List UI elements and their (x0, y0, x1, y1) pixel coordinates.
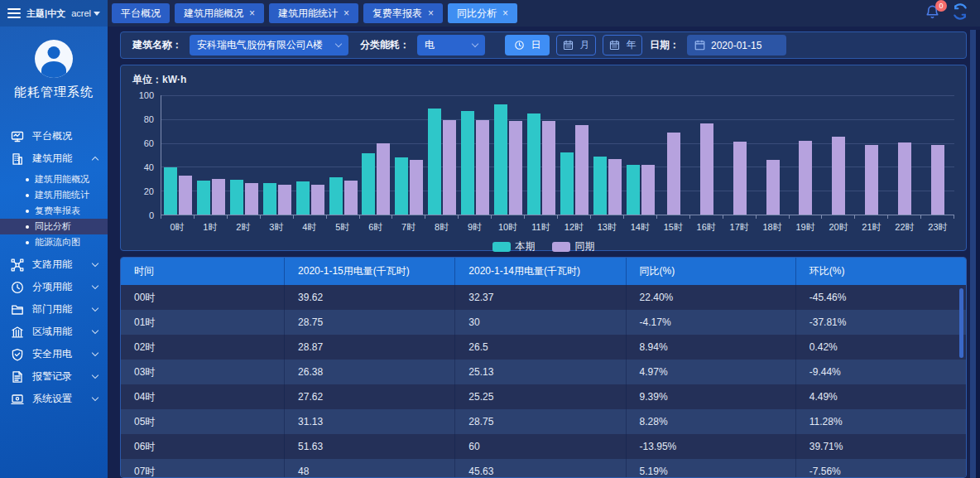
building-select[interactable]: 安科瑞电气股份有限公司A楼 (190, 35, 348, 56)
bar-同期-2时[interactable] (245, 183, 258, 215)
close-icon[interactable]: × (502, 8, 508, 18)
bar-同期-13时[interactable] (608, 159, 622, 215)
range-button-年[interactable]: 年 (603, 35, 642, 56)
x-tick-label: 9时 (459, 219, 492, 234)
legend-label: 本期 (516, 239, 536, 253)
bar-同期-23时[interactable] (931, 145, 944, 215)
bar-本期-12时[interactable] (560, 152, 574, 215)
table-header-cell: 同比(%) (627, 258, 796, 285)
table-row[interactable]: 01时28.7530-4.17%-37.81% (121, 310, 966, 335)
bar-同期-15时[interactable] (667, 133, 680, 215)
close-icon[interactable]: × (249, 8, 255, 18)
bar-本期-9时[interactable] (461, 111, 474, 215)
legend-item-本期[interactable]: 本期 (492, 239, 536, 253)
sidebar-item-5[interactable]: 区域用能 (0, 321, 108, 343)
page-scrollbar[interactable] (970, 30, 976, 478)
bar-本期-5时[interactable] (329, 177, 343, 215)
sidebar-item-2[interactable]: 支路用能 (0, 253, 108, 276)
bar-同期-10时[interactable] (509, 121, 522, 215)
theme-language-label[interactable]: 主题|中文 (26, 7, 65, 20)
table-row[interactable]: 00时39.6232.3722.40%-45.46% (121, 285, 966, 310)
sidebar-topbar: 主题|中文 acrel (0, 0, 108, 27)
bar-本期-0时[interactable] (164, 167, 177, 215)
sidebar-item-6[interactable]: 安全用电 (0, 343, 108, 365)
table-row[interactable]: 06时51.6360-13.95%39.71% (121, 434, 966, 459)
sidebar-subitem-2[interactable]: 复费率报表 (0, 203, 108, 219)
table-cell: -7.56% (796, 459, 966, 478)
sidebar-subitem-3-active[interactable]: 同比分析 (0, 219, 108, 234)
bar-同期-7时[interactable] (410, 160, 423, 215)
bar-本期-1时[interactable] (197, 181, 210, 215)
energy-type-select[interactable]: 电 (417, 35, 485, 56)
chevron-down-icon (92, 282, 98, 289)
tab-2[interactable]: 建筑用能统计× (269, 3, 358, 23)
bar-同期-21时[interactable] (865, 145, 878, 215)
table-row[interactable]: 03时26.3825.134.97%-9.44% (121, 360, 966, 384)
bar-同期-17时[interactable] (733, 142, 747, 215)
bar-同期-8时[interactable] (443, 120, 456, 215)
user-menu[interactable]: acrel (71, 8, 100, 18)
tab-1[interactable]: 建筑用能概况× (175, 3, 264, 23)
bar-同期-19时[interactable] (799, 141, 812, 215)
sidebar-item-3[interactable]: 分项用能 (0, 276, 108, 298)
bar-group-7时 (392, 95, 425, 215)
table-scrollbar[interactable] (959, 288, 963, 358)
bar-同期-6时[interactable] (377, 143, 390, 215)
close-icon[interactable]: × (428, 8, 434, 18)
bar-本期-11时[interactable] (527, 113, 540, 215)
bar-group-4时 (294, 95, 327, 215)
bar-本期-7时[interactable] (395, 157, 408, 215)
bar-同期-4时[interactable] (311, 185, 324, 215)
tab-4-active[interactable]: 同比分析× (448, 3, 517, 23)
table-row[interactable]: 05时31.1328.758.28%11.28% (121, 409, 966, 434)
bar-group-20时 (822, 95, 855, 215)
bar-同期-11时[interactable] (542, 121, 555, 215)
bar-同期-18时[interactable] (766, 160, 780, 215)
sidebar-item-0[interactable]: 平台概况 (0, 125, 108, 147)
close-icon[interactable]: × (343, 8, 349, 18)
bar-本期-14时[interactable] (627, 165, 640, 215)
hamburger-menu-icon[interactable] (7, 8, 21, 18)
bar-本期-3时[interactable] (263, 183, 276, 215)
tab-0[interactable]: 平台概况 (112, 3, 170, 23)
sidebar-item-label: 平台概况 (32, 129, 72, 143)
legend-item-同期[interactable]: 同期 (552, 239, 595, 253)
range-button-日[interactable]: 日 (505, 35, 550, 56)
bar-本期-6时[interactable] (362, 153, 375, 215)
bar-同期-20时[interactable] (832, 137, 845, 215)
bar-同期-3时[interactable] (278, 185, 291, 215)
bar-同期-16时[interactable] (700, 123, 713, 215)
bar-同期-1时[interactable] (212, 179, 225, 215)
table-row[interactable]: 04时27.6225.259.39%4.49% (121, 384, 966, 409)
sidebar-item-1[interactable]: 建筑用能 (0, 147, 108, 170)
sidebar-subitem-4[interactable]: 能源流向图 (0, 234, 108, 250)
settings-icon (11, 393, 24, 406)
bar-同期-9时[interactable] (476, 120, 489, 215)
bar-本期-8时[interactable] (428, 109, 441, 215)
filter-bar: 建筑名称： 安科瑞电气股份有限公司A楼 分类能耗： 电 日 月 年 日期： 20… (120, 31, 967, 59)
y-tick-label: 40 (144, 162, 154, 172)
bar-同期-22时[interactable] (898, 142, 911, 215)
sidebar-item-4[interactable]: 部门用能 (0, 298, 108, 321)
table-row[interactable]: 07时4845.635.19%-7.56% (121, 459, 966, 478)
bar-同期-5时[interactable] (344, 181, 358, 215)
refresh-icon[interactable] (952, 3, 968, 23)
bar-本期-10时[interactable] (494, 104, 507, 215)
bar-本期-2时[interactable] (230, 180, 243, 215)
tab-3[interactable]: 复费率报表× (363, 3, 443, 23)
table-cell: -37.81% (796, 310, 966, 335)
range-button-月[interactable]: 月 (556, 35, 596, 56)
bar-同期-12时[interactable] (575, 125, 588, 215)
sidebar-item-7[interactable]: 报警记录 (0, 365, 108, 388)
sidebar-subitem-1[interactable]: 建筑用能统计 (0, 187, 108, 203)
sidebar-subitem-0[interactable]: 建筑用能概况 (0, 171, 108, 187)
sidebar-item-8[interactable]: 系统设置 (0, 388, 108, 410)
date-picker[interactable]: 2020-01-15 (687, 35, 786, 56)
bar-同期-14时[interactable] (641, 165, 655, 215)
notifications-bell-icon[interactable]: 0 (925, 4, 940, 23)
x-tick-label: 23时 (921, 219, 954, 234)
table-row[interactable]: 02时28.8726.58.94%0.42% (121, 335, 966, 360)
bar-本期-4时[interactable] (296, 181, 310, 215)
bar-同期-0时[interactable] (179, 176, 192, 215)
bar-本期-13时[interactable] (593, 157, 607, 215)
